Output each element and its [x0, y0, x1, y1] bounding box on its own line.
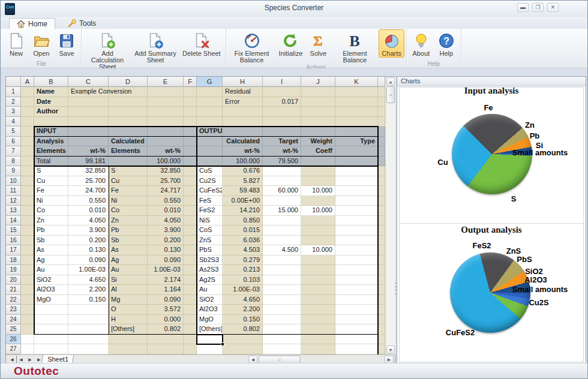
- cell-A24[interactable]: [21, 315, 34, 325]
- col-header-A[interactable]: A: [21, 77, 34, 87]
- cell-F7[interactable]: [184, 146, 197, 157]
- col-header-G[interactable]: G: [197, 77, 223, 87]
- cell-D12[interactable]: Ni: [109, 196, 148, 206]
- cell-E14[interactable]: 4.050: [148, 216, 184, 226]
- cell-I12[interactable]: [263, 196, 301, 206]
- cell-G15[interactable]: CoS: [197, 225, 223, 236]
- cell-B19[interactable]: Au: [34, 265, 68, 275]
- cell-K17[interactable]: [335, 245, 378, 255]
- cell-D10[interactable]: Cu: [109, 176, 148, 187]
- col-header-J[interactable]: J: [301, 77, 335, 87]
- cell-F16[interactable]: [184, 236, 197, 246]
- cell-stub-26[interactable]: [378, 335, 385, 345]
- cell-H12[interactable]: 0.00E+00: [223, 196, 263, 206]
- cell-stub-17[interactable]: [378, 245, 385, 255]
- cell-F6[interactable]: [184, 137, 197, 147]
- cell-B2[interactable]: Date: [34, 97, 68, 107]
- cell-H27[interactable]: [223, 344, 263, 354]
- cell-B23[interactable]: [34, 305, 68, 315]
- cell-K7[interactable]: [335, 146, 378, 157]
- row-header-8[interactable]: 8: [6, 157, 21, 167]
- cell-stub-4[interactable]: [378, 117, 385, 127]
- col-header-H[interactable]: H: [223, 77, 263, 87]
- row-header-2[interactable]: 2: [6, 97, 21, 107]
- delete-sheet-button[interactable]: Delete Sheet: [179, 29, 224, 58]
- grid-canvas[interactable]: ABCDEFGHIJK1NameExample ConversionResidu…: [6, 77, 385, 354]
- cell-A12[interactable]: [21, 196, 34, 206]
- cell-C22[interactable]: 0.150: [68, 295, 109, 305]
- cell-A20[interactable]: [21, 275, 34, 285]
- cell-H3[interactable]: [223, 107, 263, 117]
- cell-D6[interactable]: Calculated: [109, 137, 148, 147]
- cell-J6[interactable]: Weight: [301, 137, 335, 147]
- cell-E11[interactable]: 24.717: [148, 186, 184, 196]
- open-button[interactable]: Open: [29, 29, 54, 58]
- cell-A10[interactable]: [21, 176, 34, 187]
- cell-B5[interactable]: INPUT: [34, 127, 68, 137]
- cell-K12[interactable]: [335, 196, 378, 206]
- cell-F23[interactable]: [184, 305, 197, 315]
- initialize-button[interactable]: Initialize: [276, 29, 306, 58]
- cell-stub-1[interactable]: [378, 87, 385, 97]
- cell-D3[interactable]: [109, 107, 148, 117]
- cell-B17[interactable]: As: [34, 245, 68, 255]
- cell-G9[interactable]: CuS: [197, 166, 223, 176]
- cell-G24[interactable]: MgO: [197, 315, 223, 325]
- cell-D21[interactable]: Al: [109, 285, 148, 295]
- cell-I10[interactable]: [263, 176, 301, 187]
- cell-C13[interactable]: 0.010: [68, 206, 109, 216]
- cell-I18[interactable]: [263, 255, 301, 266]
- col-header-B[interactable]: B: [34, 77, 68, 87]
- cell-G10[interactable]: Cu2S: [197, 176, 223, 187]
- col-header-E[interactable]: E: [148, 77, 184, 87]
- cell-H18[interactable]: 0.279: [223, 255, 263, 266]
- cell-G19[interactable]: As2S3: [197, 265, 223, 275]
- cell-J7[interactable]: Coeff: [301, 146, 335, 157]
- cell-A22[interactable]: [21, 295, 34, 305]
- cell-E15[interactable]: 3.900: [148, 225, 184, 236]
- cell-A21[interactable]: [21, 285, 34, 295]
- cell-D2[interactable]: [109, 97, 148, 107]
- cell-B15[interactable]: Pb: [34, 225, 68, 236]
- row-header-6[interactable]: 6: [6, 137, 21, 147]
- cell-C21[interactable]: 2.200: [68, 285, 109, 295]
- cell-K20[interactable]: [335, 275, 378, 285]
- cell-A27[interactable]: [21, 344, 34, 354]
- cell-A19[interactable]: [21, 265, 34, 275]
- cell-I7[interactable]: wt-%: [263, 146, 301, 157]
- cell-K22[interactable]: [335, 295, 378, 305]
- cell-D19[interactable]: Au: [109, 265, 148, 275]
- cell-J25[interactable]: [301, 324, 335, 335]
- cell-stub-16[interactable]: [378, 236, 385, 246]
- cell-C19[interactable]: 1.00E-03: [68, 265, 109, 275]
- cell-B22[interactable]: MgO: [34, 295, 68, 305]
- cell-D5[interactable]: [109, 127, 148, 137]
- cell-I5[interactable]: [263, 127, 301, 137]
- cell-J23[interactable]: [301, 305, 335, 315]
- cell-B4[interactable]: [34, 117, 68, 127]
- cell-G23[interactable]: Al2O3: [197, 305, 223, 315]
- cell-I23[interactable]: [263, 305, 301, 315]
- cell-A5[interactable]: [21, 127, 34, 137]
- row-header-7[interactable]: 7: [6, 146, 21, 157]
- cell-C24[interactable]: [68, 315, 109, 325]
- cell-J3[interactable]: [301, 107, 335, 117]
- cell-F15[interactable]: [184, 225, 197, 236]
- cell-K8[interactable]: [335, 157, 378, 167]
- add-calculation-sheet-button[interactable]: Add Calculation Sheet: [83, 29, 131, 71]
- cell-G25[interactable]: [Others]: [197, 324, 223, 335]
- scroll-up-icon[interactable]: ▲: [386, 77, 395, 86]
- cell-F24[interactable]: [184, 315, 197, 325]
- cell-J21[interactable]: [301, 285, 335, 295]
- cell-F13[interactable]: [184, 206, 197, 216]
- cell-E25[interactable]: 0.802: [148, 324, 184, 335]
- cell-I4[interactable]: [263, 117, 301, 127]
- cell-stub-24[interactable]: [378, 315, 385, 325]
- cell-H20[interactable]: 0.103: [223, 275, 263, 285]
- cell-F2[interactable]: [184, 97, 197, 107]
- row-header-22[interactable]: 22: [6, 295, 21, 305]
- col-header-blank[interactable]: [6, 77, 21, 87]
- cell-H15[interactable]: 0.015: [223, 225, 263, 236]
- row-header-5[interactable]: 5: [6, 127, 21, 137]
- cell-J24[interactable]: [301, 315, 335, 325]
